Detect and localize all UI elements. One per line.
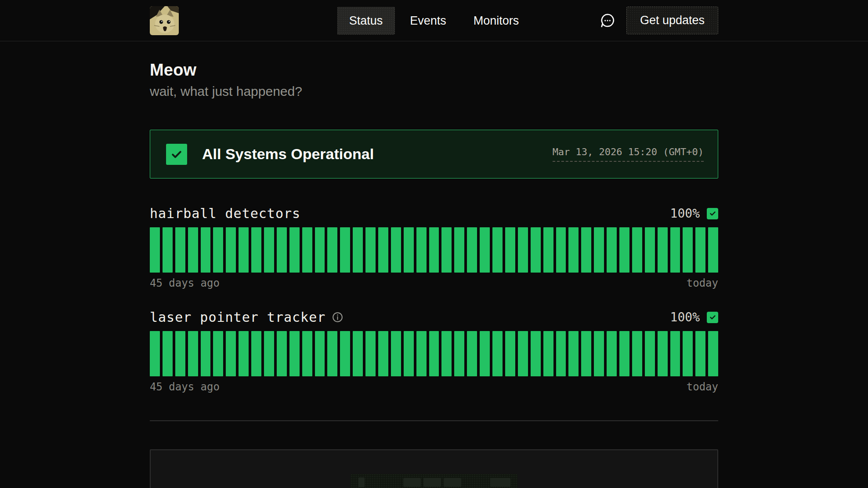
status-banner-timestamp[interactable]: Mar 13, 2026 15:20 (GMT+0) [553, 146, 704, 162]
uptime-bar[interactable] [264, 331, 274, 376]
tab-status[interactable]: Status [337, 7, 395, 34]
uptime-bar[interactable] [518, 227, 528, 273]
uptime-bar[interactable] [327, 227, 337, 273]
uptime-bar[interactable] [619, 227, 629, 273]
uptime-bar[interactable] [441, 227, 452, 273]
uptime-bar[interactable] [239, 331, 249, 376]
uptime-bar[interactable] [594, 331, 604, 376]
uptime-bar[interactable] [391, 227, 401, 273]
uptime-bar[interactable] [492, 227, 503, 273]
uptime-bar[interactable] [632, 227, 642, 273]
uptime-bar[interactable] [416, 331, 427, 376]
uptime-bar[interactable] [708, 331, 718, 376]
uptime-bar[interactable] [695, 227, 705, 273]
uptime-bar[interactable] [315, 331, 325, 376]
uptime-bar[interactable] [581, 331, 591, 376]
chat-bubble-icon[interactable] [599, 12, 616, 29]
uptime-bar[interactable] [543, 331, 553, 376]
uptime-bar[interactable] [175, 331, 185, 376]
logo-cat-image[interactable] [150, 6, 179, 35]
monitor-name: laser pointer tracker [150, 310, 326, 325]
uptime-bar[interactable] [213, 331, 223, 376]
uptime-bar[interactable] [353, 331, 363, 376]
uptime-bar[interactable] [632, 331, 642, 376]
uptime-bar[interactable] [568, 331, 579, 376]
uptime-bar[interactable] [277, 227, 287, 273]
uptime-bar[interactable] [695, 331, 705, 376]
uptime-bar[interactable] [543, 227, 553, 273]
uptime-bar[interactable] [353, 227, 363, 273]
uptime-bar[interactable] [289, 227, 300, 273]
uptime-bar[interactable] [645, 227, 655, 273]
uptime-bar[interactable] [302, 331, 312, 376]
uptime-bar[interactable] [201, 331, 211, 376]
uptime-bar[interactable] [619, 331, 629, 376]
uptime-bar[interactable] [581, 227, 591, 273]
uptime-bar[interactable] [480, 331, 490, 376]
uptime-bar[interactable] [289, 331, 300, 376]
uptime-bar[interactable] [213, 227, 223, 273]
uptime-bar[interactable] [150, 227, 160, 273]
uptime-bar[interactable] [480, 227, 490, 273]
uptime-bar[interactable] [429, 331, 439, 376]
uptime-bar[interactable] [670, 331, 680, 376]
uptime-bar[interactable] [607, 227, 617, 273]
uptime-bar[interactable] [505, 331, 515, 376]
tab-monitors[interactable]: Monitors [462, 7, 531, 34]
uptime-bar[interactable] [175, 227, 185, 273]
uptime-bar[interactable] [531, 227, 541, 273]
uptime-bar[interactable] [556, 227, 566, 273]
uptime-bar[interactable] [531, 331, 541, 376]
uptime-bar[interactable] [150, 331, 160, 376]
uptime-bar[interactable] [315, 227, 325, 273]
uptime-bar[interactable] [556, 331, 566, 376]
uptime-bar[interactable] [670, 227, 680, 273]
uptime-bar[interactable] [378, 227, 388, 273]
uptime-bar[interactable] [239, 227, 249, 273]
uptime-bar[interactable] [708, 227, 718, 273]
uptime-bar[interactable] [454, 331, 464, 376]
uptime-bar[interactable] [429, 227, 439, 273]
get-updates-button[interactable]: Get updates [626, 7, 718, 34]
uptime-bar[interactable] [264, 227, 274, 273]
info-icon[interactable] [332, 311, 344, 323]
uptime-bar[interactable] [226, 331, 236, 376]
uptime-bar[interactable] [226, 227, 236, 273]
uptime-bar[interactable] [467, 331, 477, 376]
uptime-bar[interactable] [607, 331, 617, 376]
uptime-bar[interactable] [454, 227, 464, 273]
tab-events[interactable]: Events [398, 7, 458, 34]
uptime-bar[interactable] [518, 331, 528, 376]
uptime-bar[interactable] [163, 227, 173, 273]
uptime-bar[interactable] [302, 227, 312, 273]
uptime-bar[interactable] [594, 227, 604, 273]
uptime-bar[interactable] [201, 227, 211, 273]
uptime-bar[interactable] [404, 227, 414, 273]
uptime-bar[interactable] [391, 331, 401, 376]
uptime-bar[interactable] [340, 227, 350, 273]
uptime-bar[interactable] [416, 227, 427, 273]
uptime-bar[interactable] [645, 331, 655, 376]
uptime-bar[interactable] [251, 227, 261, 273]
uptime-bar[interactable] [441, 331, 452, 376]
uptime-bar[interactable] [378, 331, 388, 376]
uptime-bar[interactable] [683, 227, 693, 273]
uptime-bar[interactable] [251, 331, 261, 376]
uptime-bar[interactable] [163, 331, 173, 376]
uptime-bar-chart [150, 331, 718, 376]
uptime-bar[interactable] [492, 331, 503, 376]
uptime-bar[interactable] [505, 227, 515, 273]
uptime-bar[interactable] [568, 227, 579, 273]
uptime-bar[interactable] [277, 331, 287, 376]
uptime-bar[interactable] [365, 331, 376, 376]
uptime-bar[interactable] [188, 227, 198, 273]
uptime-bar[interactable] [327, 331, 337, 376]
uptime-bar[interactable] [658, 331, 668, 376]
uptime-bar[interactable] [658, 227, 668, 273]
uptime-bar[interactable] [188, 331, 198, 376]
uptime-bar[interactable] [467, 227, 477, 273]
uptime-bar[interactable] [365, 227, 376, 273]
uptime-bar[interactable] [404, 331, 414, 376]
uptime-bar[interactable] [683, 331, 693, 376]
uptime-bar[interactable] [340, 331, 350, 376]
